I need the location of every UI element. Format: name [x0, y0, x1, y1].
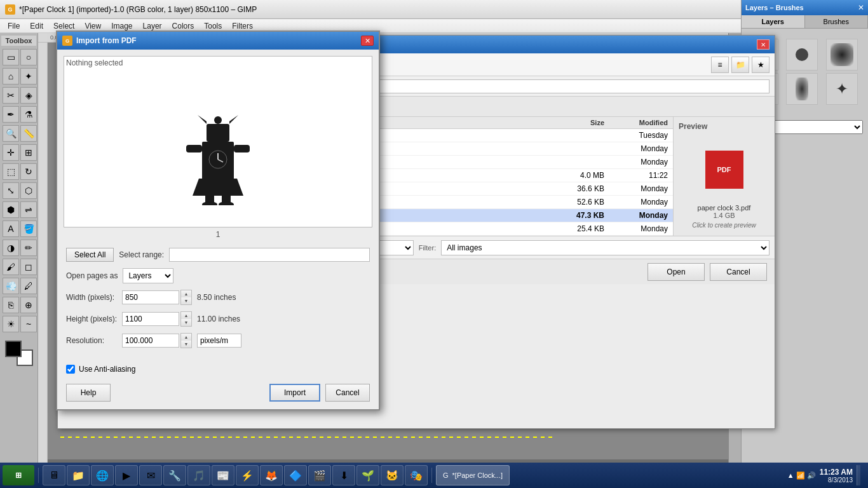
cancel-open-button[interactable]: Cancel	[710, 263, 767, 281]
tool-fuzzy-select[interactable]: ✦	[20, 68, 37, 85]
cancel-import-button[interactable]: Cancel	[325, 384, 370, 402]
tool-ink[interactable]: 🖊	[20, 278, 37, 294]
preview-click-label[interactable]: Click to create preview	[692, 222, 756, 229]
resolution-input[interactable]	[122, 334, 179, 348]
tool-eraser[interactable]: ◻	[20, 259, 37, 275]
tool-flip[interactable]: ⇌	[20, 201, 37, 218]
taskbar-btn9[interactable]: ⚡	[236, 465, 259, 485]
open-image-close[interactable]: ✕	[757, 39, 770, 50]
view-toggle[interactable]: ≡	[711, 57, 729, 73]
tool-rectangle[interactable]: ▭	[3, 49, 19, 65]
width-down[interactable]: ▼	[181, 297, 191, 304]
tool-clone[interactable]: ⎘	[3, 297, 19, 313]
bookmark[interactable]: ★	[752, 57, 770, 73]
taskbar-media[interactable]: ▶	[115, 465, 138, 485]
tool-scissors[interactable]: ✂	[3, 87, 19, 104]
tool-scale[interactable]: ⤡	[3, 182, 19, 199]
menu-select[interactable]: Select	[48, 20, 79, 32]
tool-perspective[interactable]: ⬢	[3, 201, 19, 218]
tool-ellipse[interactable]: ○	[20, 49, 37, 65]
tool-align[interactable]: ⊞	[20, 144, 37, 161]
taskbar-btn6[interactable]: 🔧	[163, 465, 186, 485]
show-desktop-btn[interactable]	[857, 465, 860, 485]
import-button[interactable]: Import	[269, 384, 320, 402]
menu-layer[interactable]: Layer	[138, 20, 167, 32]
taskbar-divider2	[431, 468, 432, 483]
col-size[interactable]: Size	[553, 119, 604, 126]
taskbar-explorer[interactable]: 📁	[67, 465, 90, 485]
height-down[interactable]: ▼	[181, 319, 191, 326]
open-pages-select[interactable]: Layers Images	[123, 268, 173, 283]
taskbar-btn11[interactable]: 🔷	[284, 465, 307, 485]
width-input[interactable]	[122, 290, 179, 304]
antialias-checkbox[interactable]	[66, 365, 75, 374]
select-range-input[interactable]	[169, 248, 370, 262]
height-inches: 11.00 inches	[197, 315, 240, 323]
brush-2[interactable]	[786, 39, 818, 71]
tool-color-picker[interactable]: ⚗	[20, 106, 37, 123]
col-modified[interactable]: Modified	[604, 119, 668, 126]
taskbar-btn13[interactable]: ⬇	[332, 465, 355, 485]
width-label: Width (pixels):	[66, 293, 117, 302]
foreground-color[interactable]	[5, 341, 22, 357]
taskbar-btn5[interactable]: ✉	[139, 465, 162, 485]
tool-move[interactable]: ✛	[3, 144, 19, 161]
tool-blend[interactable]: ◑	[3, 240, 19, 256]
height-up[interactable]: ▲	[181, 312, 191, 319]
taskbar-btn7[interactable]: 🎵	[187, 465, 210, 485]
brush-3[interactable]	[826, 39, 858, 71]
tool-paintbrush[interactable]: 🖌	[3, 259, 19, 275]
help-button[interactable]: Help	[66, 384, 111, 402]
taskbar-btn10[interactable]: 🦊	[260, 465, 283, 485]
select-all-button[interactable]: Select All	[66, 248, 114, 262]
resolution-down[interactable]: ▼	[181, 341, 191, 348]
tool-heal[interactable]: ⊕	[20, 297, 37, 313]
tool-pencil[interactable]: ✏	[20, 240, 37, 256]
tool-rotate[interactable]: ↻	[20, 163, 37, 180]
tool-shear[interactable]: ⬡	[20, 182, 37, 199]
tool-airbrush[interactable]: 💨	[3, 278, 19, 294]
width-up[interactable]: ▲	[181, 290, 191, 297]
tool-zoom[interactable]: 🔍	[3, 125, 19, 142]
menu-edit[interactable]: Edit	[25, 20, 48, 32]
menu-view[interactable]: View	[79, 20, 106, 32]
new-folder[interactable]: 📁	[731, 57, 749, 73]
taskbar-btn12[interactable]: 🎬	[308, 465, 331, 485]
menu-image[interactable]: Image	[106, 20, 137, 32]
taskbar-btn8[interactable]: 📰	[212, 465, 234, 485]
tool-measure[interactable]: 📏	[20, 125, 37, 142]
taskbar-gimp[interactable]: G *[Paper Clock...]	[436, 465, 510, 485]
start-button[interactable]: ⊞	[3, 465, 34, 485]
tool-paths[interactable]: ✒	[3, 106, 19, 123]
taskbar-show-desktop[interactable]: 🖥	[43, 465, 65, 485]
resolution-unit-input[interactable]	[197, 334, 241, 348]
images-filter[interactable]: All images	[441, 240, 770, 255]
menu-filters[interactable]: Filters	[227, 20, 258, 32]
tool-crop[interactable]: ⬚	[3, 163, 19, 180]
svg-point-8	[219, 201, 234, 205]
taskbar-btn14[interactable]: 🌱	[356, 465, 379, 485]
open-button[interactable]: Open	[648, 263, 705, 281]
tool-smudge[interactable]: ~	[20, 316, 37, 332]
brush-6[interactable]: ✦	[826, 73, 858, 105]
layers-panel-close[interactable]: ✕	[858, 3, 864, 12]
menu-colors[interactable]: Colors	[167, 20, 200, 32]
menu-file[interactable]: File	[3, 20, 25, 32]
taskbar-ie[interactable]: 🌐	[91, 465, 114, 485]
preview-image: PDF	[705, 151, 743, 189]
import-close-button[interactable]: ✕	[361, 36, 374, 46]
tool-text[interactable]: A	[3, 220, 19, 237]
resolution-up[interactable]: ▲	[181, 334, 191, 341]
menu-tools[interactable]: Tools	[199, 20, 227, 32]
taskbar-btn15[interactable]: 🐱	[381, 465, 403, 485]
tool-free-select[interactable]: ⌂	[3, 68, 19, 85]
tab-layers[interactable]: Layers	[742, 15, 805, 28]
taskbar-btn16[interactable]: 🎭	[405, 465, 428, 485]
tool-bucket[interactable]: 🪣	[20, 220, 37, 237]
tool-dodge[interactable]: ☀	[3, 316, 19, 332]
tab-brushes[interactable]: Brushes	[805, 15, 869, 28]
height-input[interactable]	[122, 312, 179, 326]
import-pdf-dialog: G Import from PDF ✕	[56, 30, 380, 410]
tool-foreground-select[interactable]: ◈	[20, 87, 37, 104]
brush-5[interactable]	[786, 73, 818, 105]
